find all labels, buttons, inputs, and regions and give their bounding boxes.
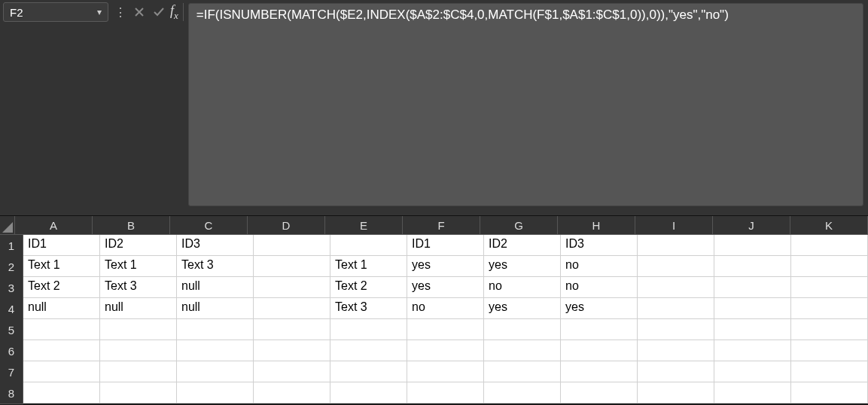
cell-B5[interactable] — [100, 319, 177, 340]
cell-A6[interactable] — [23, 340, 100, 361]
cell-C5[interactable] — [177, 319, 254, 340]
cell-K8[interactable] — [791, 382, 868, 403]
cell-C6[interactable] — [177, 340, 254, 361]
cell-J7[interactable] — [714, 361, 791, 382]
cell-D8[interactable] — [254, 382, 330, 403]
cell-F7[interactable] — [407, 361, 484, 382]
cell-G6[interactable] — [484, 340, 561, 361]
cell-A1[interactable]: ID1 — [23, 235, 100, 256]
cell-E5[interactable] — [330, 319, 407, 340]
row-header-6[interactable]: 6 — [0, 340, 23, 362]
cell-D1[interactable] — [254, 235, 330, 256]
row-header-8[interactable]: 8 — [0, 382, 23, 404]
cell-H3[interactable]: no — [561, 277, 638, 298]
cell-D6[interactable] — [254, 340, 330, 361]
row-header-4[interactable]: 4 — [0, 298, 23, 320]
cell-K3[interactable] — [791, 277, 868, 298]
cell-A7[interactable] — [23, 361, 100, 382]
cell-K5[interactable] — [791, 319, 868, 340]
col-header-C[interactable]: C — [170, 216, 248, 234]
cell-B7[interactable] — [100, 361, 177, 382]
cell-B2[interactable]: Text 1 — [100, 256, 177, 277]
cell-H6[interactable] — [561, 340, 638, 361]
cell-G8[interactable] — [484, 382, 561, 403]
cell-E2[interactable]: Text 1 — [330, 256, 407, 277]
cell-G1[interactable]: ID2 — [484, 235, 561, 256]
row-header-5[interactable]: 5 — [0, 319, 23, 341]
cell-A8[interactable] — [23, 382, 100, 403]
cell-G5[interactable] — [484, 319, 561, 340]
cell-C8[interactable] — [177, 382, 254, 403]
select-all-corner[interactable] — [0, 216, 15, 234]
cell-I2[interactable] — [638, 256, 714, 277]
cell-K4[interactable] — [791, 298, 868, 319]
cell-D4[interactable] — [254, 298, 330, 319]
name-box[interactable]: F2 ▾ — [3, 2, 108, 22]
cell-D5[interactable] — [254, 319, 330, 340]
cell-C2[interactable]: Text 3 — [177, 256, 254, 277]
col-header-K[interactable]: K — [790, 216, 868, 234]
col-header-I[interactable]: I — [635, 216, 713, 234]
cell-F3[interactable]: yes — [407, 277, 484, 298]
cell-C3[interactable]: null — [177, 277, 254, 298]
cell-J3[interactable] — [714, 277, 791, 298]
cell-H5[interactable] — [561, 319, 638, 340]
cell-J6[interactable] — [714, 340, 791, 361]
chevron-down-icon[interactable]: ▾ — [97, 7, 102, 17]
row-header-3[interactable]: 3 — [0, 277, 23, 299]
cell-B3[interactable]: Text 3 — [100, 277, 177, 298]
row-header-2[interactable]: 2 — [0, 256, 23, 278]
cell-F8[interactable] — [407, 382, 484, 403]
cell-F5[interactable] — [407, 319, 484, 340]
cell-C7[interactable] — [177, 361, 254, 382]
cell-G2[interactable]: yes — [484, 256, 561, 277]
cell-F1[interactable]: ID1 — [407, 235, 484, 256]
formula-input[interactable]: =IF(ISNUMBER(MATCH($E2,INDEX($A$2:$C$4,0… — [188, 3, 863, 206]
col-header-J[interactable]: J — [713, 216, 790, 234]
cell-H7[interactable] — [561, 361, 638, 382]
insert-function-button[interactable]: fx — [169, 3, 184, 22]
cell-F4[interactable]: no — [407, 298, 484, 319]
cell-E4[interactable]: Text 3 — [330, 298, 407, 319]
cell-A5[interactable] — [23, 319, 100, 340]
col-header-D[interactable]: D — [248, 216, 325, 234]
cell-A4[interactable]: null — [23, 298, 100, 319]
cell-J8[interactable] — [714, 382, 791, 403]
cell-D2[interactable] — [254, 256, 330, 277]
cell-B1[interactable]: ID2 — [100, 235, 177, 256]
cell-J1[interactable] — [714, 235, 791, 256]
row-header-1[interactable]: 1 — [0, 235, 23, 257]
cell-G4[interactable]: yes — [484, 298, 561, 319]
cell-C1[interactable]: ID3 — [177, 235, 254, 256]
cell-H4[interactable]: yes — [561, 298, 638, 319]
row-header-7[interactable]: 7 — [0, 361, 23, 383]
cell-D3[interactable] — [254, 277, 330, 298]
cell-I7[interactable] — [638, 361, 714, 382]
cell-A2[interactable]: Text 1 — [23, 256, 100, 277]
col-header-B[interactable]: B — [93, 216, 170, 234]
cell-G3[interactable]: no — [484, 277, 561, 298]
cell-E1[interactable] — [330, 235, 407, 256]
cell-I4[interactable] — [638, 298, 714, 319]
cell-K7[interactable] — [791, 361, 868, 382]
cell-J4[interactable] — [714, 298, 791, 319]
cell-D7[interactable] — [254, 361, 330, 382]
cell-E7[interactable] — [330, 361, 407, 382]
cell-B6[interactable] — [100, 340, 177, 361]
cell-E8[interactable] — [330, 382, 407, 403]
cell-I8[interactable] — [638, 382, 714, 403]
cell-E6[interactable] — [330, 340, 407, 361]
more-icon[interactable]: ⋮ — [110, 5, 129, 20]
col-header-G[interactable]: G — [480, 216, 558, 234]
cell-A3[interactable]: Text 2 — [23, 277, 100, 298]
cell-F2[interactable]: yes — [407, 256, 484, 277]
cell-H2[interactable]: no — [561, 256, 638, 277]
col-header-F[interactable]: F — [403, 216, 480, 234]
cell-I1[interactable] — [638, 235, 714, 256]
cell-K1[interactable] — [791, 235, 868, 256]
col-header-H[interactable]: H — [558, 216, 635, 234]
cancel-formula-button[interactable] — [129, 2, 149, 22]
cell-B4[interactable]: null — [100, 298, 177, 319]
col-header-A[interactable]: A — [15, 216, 93, 234]
col-header-E[interactable]: E — [325, 216, 403, 234]
